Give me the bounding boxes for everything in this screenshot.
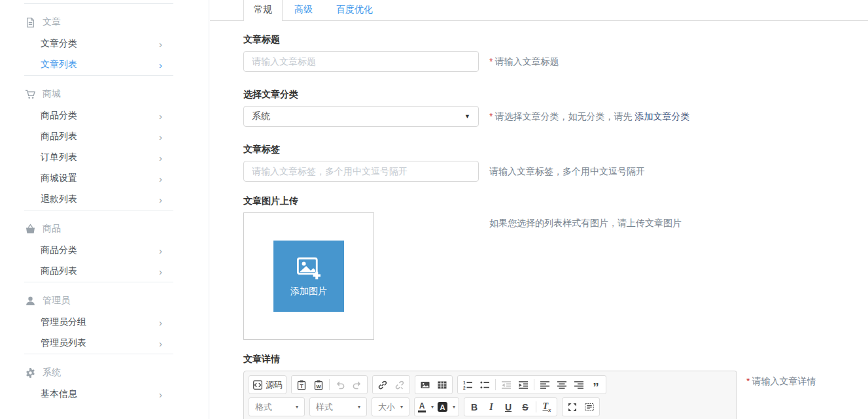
paste-text-icon: T [296,380,307,390]
undo-button[interactable] [332,377,349,393]
add-image-button[interactable]: 添加图片 [273,241,344,312]
sidebar-section-label: 管理员 [43,295,70,307]
chevron-right-icon: › [159,153,162,163]
source-code-button[interactable]: 源码 [251,377,285,393]
editor-toolbar: 源码 T W [244,371,737,418]
italic-button[interactable]: I [483,399,500,415]
paste-word-button[interactable]: W [310,377,327,393]
background-color-button[interactable]: A ▾ [436,399,457,415]
sidebar-section-mall[interactable]: 商城 [0,83,209,105]
remove-format-icon: Tx [543,401,551,413]
remove-format-button[interactable]: Tx [538,399,555,415]
sidebar-divider [24,210,173,210]
svg-text:T: T [300,382,304,389]
link-icon [377,380,388,390]
article-tags-input[interactable] [243,161,479,182]
sidebar-section-label: 系统 [43,367,61,378]
insert-image-button[interactable] [417,377,434,393]
text-color-button[interactable]: A ▾ [416,399,436,415]
link-button[interactable] [374,377,391,393]
article-detail-label: 文章详情 [243,354,868,365]
redo-button[interactable] [349,377,366,393]
sidebar-item-article-category[interactable]: 文章分类 › [0,33,209,54]
article-category-select[interactable]: 系统 ▼ [243,106,479,127]
add-category-link[interactable]: 添加文章分类 [634,111,689,122]
sidebar-item-admin-group[interactable]: 管理员分组 › [0,312,209,333]
chevron-right-icon: › [159,132,162,142]
sidebar-item-refund-list[interactable]: 退款列表 › [0,189,209,210]
chevron-right-icon: › [159,246,162,256]
chevron-right-icon: › [159,267,162,277]
numbered-list-button[interactable]: 12 [459,377,476,393]
align-right-button[interactable] [570,377,587,393]
sidebar-section-label: 文章 [43,16,61,28]
field-article-detail: 文章详情 源码 [243,354,868,419]
dropdown-caret-icon: ▾ [400,404,403,410]
sidebar-section-admin[interactable]: 管理员 [0,290,209,312]
chevron-right-icon: › [159,390,162,399]
sidebar-item-mall-settings[interactable]: 商城设置 › [0,168,209,189]
table-icon [437,380,447,390]
paste-word-icon: W [313,380,324,390]
sidebar-item-goods-category[interactable]: 商品分类 › [0,105,209,126]
article-detail-note: *请输入文章详情 [746,371,816,388]
maximize-button[interactable] [564,399,581,415]
format-dropdown[interactable]: 格式 ▾ [249,397,305,416]
unlink-icon [394,380,405,390]
field-article-image: 文章图片上传 添加图片 如果您选择的列表样式有图片，请上传文章图片 [243,195,868,340]
mall-icon [25,89,36,100]
article-title-input[interactable] [243,51,479,72]
decrease-indent-button[interactable] [498,377,515,393]
article-title-label: 文章标题 [243,34,868,46]
style-dropdown[interactable]: 样式 ▾ [309,397,367,416]
add-image-icon [294,255,324,282]
article-image-upload-box[interactable]: 添加图片 [243,212,374,340]
tab-advanced[interactable]: 高级 [283,0,324,21]
show-blocks-button[interactable] [581,399,598,415]
align-left-icon [540,380,550,390]
insert-table-button[interactable] [434,377,451,393]
dropdown-caret-icon: ▾ [453,404,455,410]
tab-baidu-seo[interactable]: 百度优化 [324,0,385,21]
align-left-button[interactable] [536,377,553,393]
bold-button[interactable]: B [466,399,483,415]
unlink-button[interactable] [391,377,408,393]
sidebar-divider [24,282,173,282]
sidebar-item-order-list[interactable]: 订单列表 › [0,147,209,168]
sidebar-section-article[interactable]: 文章 [0,11,209,33]
align-center-button[interactable] [553,377,570,393]
sidebar-item-product-list[interactable]: 商品列表 › [0,261,209,282]
admin-page: 文章 文章分类 › 文章列表 › 商城 商品分类 › 商品列表 › 订单列表 › [0,0,868,419]
svg-text:1: 1 [463,380,466,384]
font-size-dropdown[interactable]: 大小 ▾ [372,397,409,416]
article-form: 文章标题 *请输入文章标题 选择文章分类 系统 ▼ *请选 [210,21,868,419]
source-code-icon [252,380,263,390]
strikethrough-button[interactable]: S [517,399,534,415]
sidebar-item-article-list[interactable]: 文章列表 › [0,54,209,75]
article-category-label: 选择文章分类 [243,89,868,101]
tab-general[interactable]: 常规 [243,0,283,21]
article-image-note: 如果您选择的列表样式有图片，请上传文章图片 [489,212,682,229]
sidebar-section-product[interactable]: 商品 [0,218,209,240]
article-title-note: *请输入文章标题 [489,51,559,72]
chevron-right-icon: › [159,174,162,184]
decrease-indent-icon [501,380,512,390]
rich-text-editor: 源码 T W [243,371,737,419]
toolbar-separator [536,401,536,412]
paste-text-button[interactable]: T [293,377,310,393]
sidebar-section-system[interactable]: 系统 [0,361,209,384]
required-mark: * [489,56,493,67]
svg-text:W: W [316,383,321,389]
bulleted-list-button[interactable] [476,377,493,393]
sidebar-item-admin-list[interactable]: 管理员列表 › [0,333,209,354]
chevron-right-icon: › [159,195,162,205]
sidebar-item-goods-list[interactable]: 商品列表 › [0,126,209,147]
sidebar-item-product-category[interactable]: 商品分类 › [0,240,209,261]
increase-indent-button[interactable] [515,377,532,393]
underline-button[interactable]: U [500,399,517,415]
basket-icon [25,224,36,235]
sidebar-item-basic-info[interactable]: 基本信息 › [0,384,209,405]
blockquote-button[interactable]: ” [587,377,604,393]
align-center-icon [557,380,567,390]
article-icon [25,17,36,28]
